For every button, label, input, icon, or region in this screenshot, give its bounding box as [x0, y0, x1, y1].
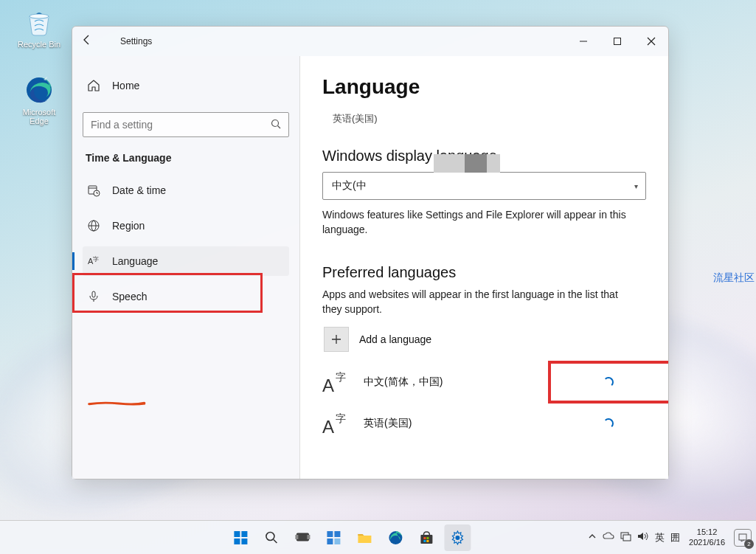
language-item-chinese[interactable]: A字 中文(简体，中国) — [322, 370, 646, 395]
svg-rect-35 — [426, 537, 429, 539]
desktop-icon-edge[interactable]: Microsoft Edge — [13, 74, 65, 125]
search-box[interactable] — [83, 112, 289, 137]
recycle-bin-icon — [23, 6, 55, 38]
language-item-label: 英语(美国) — [364, 417, 412, 430]
svg-point-0 — [30, 14, 49, 18]
ime-mode-indicator[interactable]: 囲 — [670, 531, 680, 544]
edge-taskbar-button[interactable] — [382, 524, 409, 551]
settings-window: Settings Home Ti — [72, 26, 669, 479]
svg-rect-27 — [307, 535, 310, 539]
svg-rect-34 — [423, 537, 426, 539]
store-button[interactable] — [413, 524, 440, 551]
nav-home[interactable]: Home — [83, 71, 289, 100]
notification-badge: 2 — [744, 539, 754, 549]
nav-speech-label: Speech — [112, 291, 147, 302]
svg-point-23 — [266, 532, 274, 540]
display-language-value: 中文(中 — [332, 179, 367, 193]
tray-chevron-icon[interactable] — [588, 532, 597, 543]
svg-text:A: A — [322, 417, 334, 436]
edge-label: Microsoft Edge — [13, 108, 65, 125]
language-glyph-icon: A字 — [322, 411, 352, 436]
language-item-label: 中文(简体，中国) — [364, 375, 443, 389]
add-language-button[interactable]: Add a language — [322, 325, 490, 353]
language-icon: A字 — [87, 255, 100, 268]
titlebar: Settings — [72, 27, 668, 56]
task-view-button[interactable] — [289, 524, 316, 551]
widgets-button[interactable] — [320, 524, 347, 551]
redaction-block-dark — [465, 154, 487, 173]
desktop-icon-recycle-bin[interactable]: Recycle Bin — [13, 6, 65, 49]
svg-rect-21 — [234, 539, 240, 544]
svg-rect-40 — [623, 535, 631, 541]
taskbar-center — [227, 524, 471, 551]
nav-region[interactable]: Region — [83, 211, 289, 240]
plus-icon — [324, 327, 349, 352]
sidebar-section-heading: Time & Language — [86, 152, 289, 164]
nav-region-label: Region — [112, 220, 145, 232]
clock-date: 2021/6/16 — [689, 538, 725, 548]
settings-taskbar-button[interactable] — [444, 524, 471, 551]
nav-date-time[interactable]: Date & time — [83, 176, 289, 205]
minimize-button[interactable] — [566, 30, 600, 53]
svg-line-5 — [278, 125, 281, 128]
network-icon[interactable] — [620, 531, 631, 544]
watermark-text: 流星社区 — [713, 271, 755, 285]
add-language-label: Add a language — [359, 333, 431, 345]
notification-center-button[interactable]: 2 — [734, 529, 752, 547]
page-title: Language — [322, 75, 646, 99]
svg-rect-20 — [241, 531, 247, 537]
edge-icon — [23, 74, 55, 106]
nav-date-time-label: Date & time — [112, 184, 166, 196]
microphone-icon — [87, 290, 100, 303]
sidebar: Home Time & Language Date & time Reg — [72, 56, 299, 479]
close-button[interactable] — [634, 30, 668, 53]
clock-time: 15:12 — [689, 527, 725, 538]
svg-rect-37 — [426, 540, 429, 542]
window-title: Settings — [120, 36, 152, 46]
svg-text:字: 字 — [93, 256, 99, 263]
svg-rect-19 — [234, 531, 240, 537]
taskbar-right: 英 囲 15:12 2021/6/16 2 — [588, 521, 752, 554]
svg-rect-29 — [334, 531, 340, 537]
system-tray: 英 囲 — [588, 531, 680, 544]
language-item-english[interactable]: A字 英语(美国) — [322, 411, 646, 436]
language-glyph-icon: A字 — [322, 370, 352, 395]
svg-rect-3 — [614, 38, 621, 45]
volume-icon[interactable] — [637, 531, 649, 544]
display-language-caption: Windows features like Settings and File … — [322, 207, 639, 238]
file-explorer-button[interactable] — [351, 524, 378, 551]
recycle-bin-label: Recycle Bin — [13, 40, 65, 49]
svg-rect-26 — [295, 535, 298, 539]
svg-text:A: A — [322, 375, 334, 395]
svg-rect-22 — [241, 539, 247, 544]
breadcrumb: 英语(美国) — [333, 112, 646, 125]
home-icon — [87, 79, 100, 92]
taskbar: 英 囲 15:12 2021/6/16 2 — [0, 520, 756, 554]
svg-text:字: 字 — [336, 412, 346, 424]
nav-language[interactable]: A字 Language — [83, 246, 289, 276]
svg-line-24 — [273, 539, 277, 543]
nav-home-label: Home — [112, 80, 139, 91]
search-icon — [271, 119, 281, 131]
taskbar-search-button[interactable] — [258, 524, 285, 551]
annotation-scribble — [75, 400, 159, 407]
svg-point-4 — [272, 120, 279, 126]
nav-speech[interactable]: Speech — [83, 282, 289, 311]
ime-language-indicator[interactable]: 英 — [655, 531, 665, 544]
svg-rect-25 — [296, 533, 308, 541]
svg-rect-41 — [739, 534, 746, 540]
preferred-languages-heading: Preferred languages — [322, 264, 646, 281]
onedrive-icon[interactable] — [603, 532, 614, 543]
content-pane: Language 英语(美国) Windows display language… — [299, 56, 668, 479]
nav-language-label: Language — [112, 255, 158, 267]
display-language-dropdown[interactable]: 中文(中 ▾ — [322, 172, 646, 200]
maximize-button[interactable] — [600, 30, 634, 53]
start-button[interactable] — [227, 524, 254, 551]
back-button[interactable] — [72, 34, 102, 49]
globe-icon — [87, 219, 100, 232]
svg-rect-31 — [334, 539, 340, 544]
preferred-languages-caption: Apps and websites will appear in the fir… — [322, 287, 639, 317]
svg-rect-30 — [327, 539, 333, 544]
taskbar-clock[interactable]: 15:12 2021/6/16 — [689, 527, 725, 548]
search-input[interactable] — [91, 119, 271, 131]
